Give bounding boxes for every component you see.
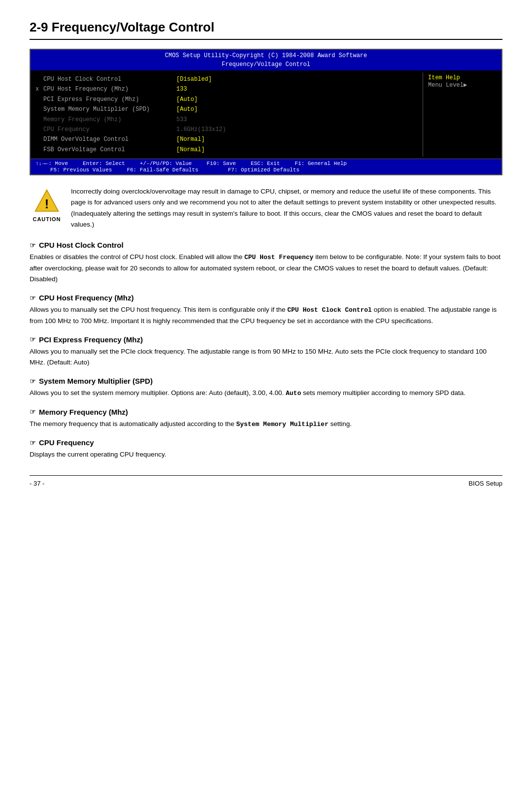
bios-footer-cell: F6: Fail-Safe Defaults bbox=[127, 167, 198, 173]
bios-footer-cell: Enter: Select bbox=[83, 161, 125, 166]
bios-footer-row: F5: Previous ValuesF6: Fail-Safe Default… bbox=[35, 167, 497, 173]
arrow-icon: ☞ bbox=[30, 408, 36, 416]
section-item-cpu-host-frequency: ☞CPU Host Frequency (Mhz)Allows you to m… bbox=[30, 294, 502, 327]
bios-body: CPU Host Clock Control[Disabled]xCPU Hos… bbox=[31, 70, 501, 159]
section-heading: ☞CPU Host Clock Control bbox=[30, 241, 502, 249]
bios-footer-cell: F10: Save bbox=[206, 161, 235, 166]
bios-header-line2: Frequency/Voltage Control bbox=[31, 60, 501, 69]
bios-row-value: [Auto] bbox=[176, 104, 198, 114]
bios-row-label: CPU Frequency bbox=[43, 125, 171, 134]
bios-header: CMOS Setup Utility-Copyright (C) 1984-20… bbox=[31, 50, 501, 70]
bios-row: CPU Frequency1.6GHz(133x12) bbox=[35, 125, 418, 134]
section-heading-text: CPU Host Clock Control bbox=[39, 241, 124, 249]
arrow-icon: ☞ bbox=[30, 439, 36, 447]
bios-row-label: PCI Express Frequency (Mhz) bbox=[43, 95, 171, 104]
bios-sidebar: Item Help Menu Level▶ bbox=[423, 72, 501, 157]
caution-text: Incorrectly doing overclock/overvoltage … bbox=[71, 186, 502, 230]
section-item-system-memory-multiplier: ☞System Memory Multiplier (SPD)Allows yo… bbox=[30, 377, 502, 398]
bios-row-value: 1.6GHz(133x12) bbox=[176, 125, 226, 134]
section-item-memory-frequency: ☞Memory Frequency (Mhz)The memory freque… bbox=[30, 408, 502, 429]
bios-row-label: FSB OverVoltage Control bbox=[43, 145, 171, 155]
bios-row-value: [Normal] bbox=[176, 145, 205, 155]
section-desc: Displays the current operating CPU frequ… bbox=[30, 449, 502, 460]
bios-item-help: Item Help bbox=[428, 74, 497, 81]
bios-row: CPU Host Clock Control[Disabled] bbox=[35, 74, 418, 84]
bios-row-x bbox=[35, 95, 43, 104]
bios-menu-level: Menu Level▶ bbox=[428, 81, 497, 89]
bios-row: xCPU Host Frequency (Mhz)133 bbox=[35, 84, 418, 94]
section-heading: ☞Memory Frequency (Mhz) bbox=[30, 408, 502, 416]
footer-page-number: - 37 - bbox=[30, 480, 44, 487]
bios-footer-cell: ↑↓→←: Move bbox=[35, 161, 68, 166]
section-heading-text: PCI Express Frequency (Mhz) bbox=[39, 335, 143, 344]
bios-row-x bbox=[35, 134, 43, 144]
arrow-icon: ☞ bbox=[30, 377, 36, 385]
bios-row: DIMM OverVoltage Control[Normal] bbox=[35, 134, 418, 144]
bios-row-value: 533 bbox=[176, 115, 187, 125]
section-heading: ☞CPU Host Frequency (Mhz) bbox=[30, 294, 502, 302]
bios-footer-cell: F7: Optimized Defaults bbox=[228, 167, 299, 173]
section-heading-text: CPU Frequency bbox=[39, 438, 94, 447]
bios-row-value: [Auto] bbox=[176, 95, 198, 104]
bios-row-x bbox=[35, 125, 43, 134]
code-inline: CPU Host Clock Control bbox=[287, 306, 372, 314]
bios-row: FSB OverVoltage Control[Normal] bbox=[35, 145, 418, 155]
bios-row-label: System Memory Multiplier (SPD) bbox=[43, 104, 171, 114]
bios-row: Memory Frequency (Mhz)533 bbox=[35, 115, 418, 125]
bios-row: System Memory Multiplier (SPD)[Auto] bbox=[35, 104, 418, 114]
code-inline: CPU Host Frequency bbox=[244, 254, 313, 261]
bios-row-x bbox=[35, 115, 43, 125]
bios-footer-cell: +/-/PU/PD: Value bbox=[140, 161, 192, 166]
footer-right: BIOS Setup bbox=[468, 480, 502, 487]
code-inline: System Memory Multiplier bbox=[236, 421, 328, 428]
bios-footer-cell: F1: General Help bbox=[295, 161, 347, 166]
bios-row-label: DIMM OverVoltage Control bbox=[43, 134, 171, 144]
bios-footer: ↑↓→←: MoveEnter: Select+/-/PU/PD: ValueF… bbox=[31, 159, 501, 174]
bios-row-x bbox=[35, 74, 43, 84]
section-desc: The memory frequency that is automatical… bbox=[30, 419, 502, 429]
section-heading: ☞CPU Frequency bbox=[30, 438, 502, 447]
bios-row-x bbox=[35, 145, 43, 155]
page-title: 2-9 Frequency/Voltage Control bbox=[30, 20, 502, 40]
svg-text:!: ! bbox=[45, 198, 49, 211]
section-desc: Allows you to set the system memory mult… bbox=[30, 388, 502, 398]
bios-screen: CMOS Setup Utility-Copyright (C) 1984-20… bbox=[30, 49, 502, 175]
arrow-icon: ☞ bbox=[30, 335, 36, 343]
bios-header-line1: CMOS Setup Utility-Copyright (C) 1984-20… bbox=[31, 51, 501, 60]
bios-row-label: Memory Frequency (Mhz) bbox=[43, 115, 171, 125]
bios-row-value: [Normal] bbox=[176, 134, 205, 144]
section-desc: Allows you to manually set the PCIe cloc… bbox=[30, 346, 502, 368]
bios-row-label: CPU Host Clock Control bbox=[43, 74, 171, 84]
bios-footer-cell: ESC: Exit bbox=[251, 161, 280, 166]
section-desc: Enables or disables the control of CPU h… bbox=[30, 252, 502, 285]
section-item-cpu-host-clock-control: ☞CPU Host Clock ControlEnables or disabl… bbox=[30, 241, 502, 285]
caution-icon-wrap: ! CAUTION bbox=[30, 186, 64, 222]
bios-row-x: x bbox=[35, 84, 43, 94]
bios-row-value: [Disabled] bbox=[176, 74, 212, 84]
section-item-cpu-frequency: ☞CPU FrequencyDisplays the current opera… bbox=[30, 438, 502, 460]
section-heading-text: CPU Host Frequency (Mhz) bbox=[39, 294, 134, 302]
caution-label: CAUTION bbox=[33, 216, 61, 222]
bios-row: PCI Express Frequency (Mhz)[Auto] bbox=[35, 95, 418, 104]
sections-container: ☞CPU Host Clock ControlEnables or disabl… bbox=[30, 241, 502, 460]
bios-footer-cell: F5: Previous Values bbox=[50, 167, 112, 173]
bios-row-x bbox=[35, 104, 43, 114]
bios-main: CPU Host Clock Control[Disabled]xCPU Hos… bbox=[31, 72, 423, 157]
code-inline: Auto bbox=[286, 390, 301, 397]
section-heading: ☞System Memory Multiplier (SPD) bbox=[30, 377, 502, 385]
section-desc: Allows you to manually set the CPU host … bbox=[30, 304, 502, 327]
section-heading: ☞PCI Express Frequency (Mhz) bbox=[30, 335, 502, 344]
section-heading-text: Memory Frequency (Mhz) bbox=[39, 408, 128, 416]
bios-row-label: CPU Host Frequency (Mhz) bbox=[43, 84, 171, 94]
arrow-icon: ☞ bbox=[30, 241, 36, 249]
section-item-pci-express-frequency: ☞PCI Express Frequency (Mhz)Allows you t… bbox=[30, 335, 502, 368]
caution-box: ! CAUTION Incorrectly doing overclock/ov… bbox=[30, 186, 502, 230]
section-heading-text: System Memory Multiplier (SPD) bbox=[39, 377, 153, 385]
page-footer: - 37 - BIOS Setup bbox=[30, 475, 502, 487]
bios-row-value: 133 bbox=[176, 84, 187, 94]
caution-triangle-icon: ! bbox=[33, 188, 60, 215]
arrow-icon: ☞ bbox=[30, 294, 36, 302]
bios-footer-row: ↑↓→←: MoveEnter: Select+/-/PU/PD: ValueF… bbox=[35, 161, 497, 166]
